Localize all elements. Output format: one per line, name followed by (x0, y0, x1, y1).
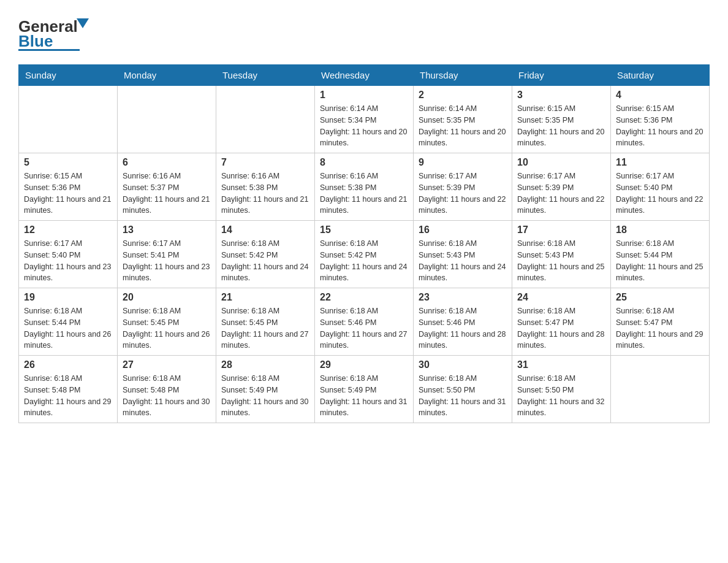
day-cell: 10Sunrise: 6:17 AM Sunset: 5:39 PM Dayli… (512, 153, 611, 221)
day-number: 20 (123, 292, 211, 303)
day-number: 26 (24, 359, 112, 370)
day-info: Sunrise: 6:18 AM Sunset: 5:44 PM Dayligh… (616, 238, 704, 284)
day-cell: 5Sunrise: 6:15 AM Sunset: 5:36 PM Daylig… (19, 153, 118, 221)
day-info: Sunrise: 6:14 AM Sunset: 5:34 PM Dayligh… (320, 103, 408, 149)
day-cell: 27Sunrise: 6:18 AM Sunset: 5:48 PM Dayli… (118, 356, 216, 423)
day-number: 10 (517, 157, 605, 168)
day-cell: 21Sunrise: 6:18 AM Sunset: 5:45 PM Dayli… (216, 288, 315, 356)
day-number: 3 (517, 90, 605, 101)
day-info: Sunrise: 6:16 AM Sunset: 5:37 PM Dayligh… (123, 170, 211, 216)
day-number: 28 (221, 359, 309, 370)
day-number: 24 (517, 292, 605, 303)
day-cell: 13Sunrise: 6:17 AM Sunset: 5:41 PM Dayli… (118, 221, 216, 288)
day-number: 5 (24, 157, 112, 168)
day-number: 25 (616, 292, 704, 303)
svg-marker-1 (77, 18, 89, 28)
day-info: Sunrise: 6:16 AM Sunset: 5:38 PM Dayligh… (320, 170, 408, 216)
day-number: 15 (320, 224, 408, 236)
day-info: Sunrise: 6:18 AM Sunset: 5:43 PM Dayligh… (419, 238, 507, 284)
day-number: 23 (419, 292, 507, 303)
day-cell: 29Sunrise: 6:18 AM Sunset: 5:49 PM Dayli… (315, 356, 414, 423)
day-number: 8 (320, 157, 408, 168)
week-row-3: 12Sunrise: 6:17 AM Sunset: 5:40 PM Dayli… (19, 221, 710, 288)
day-cell: 8Sunrise: 6:16 AM Sunset: 5:38 PM Daylig… (315, 153, 414, 221)
day-cell: 17Sunrise: 6:18 AM Sunset: 5:43 PM Dayli… (512, 221, 611, 288)
day-cell: 3Sunrise: 6:15 AM Sunset: 5:35 PM Daylig… (512, 86, 611, 153)
day-number: 7 (221, 157, 309, 168)
day-header-saturday: Saturday (611, 65, 710, 86)
calendar-header-row: SundayMondayTuesdayWednesdayThursdayFrid… (19, 65, 710, 86)
day-number: 30 (419, 359, 507, 370)
day-info: Sunrise: 6:18 AM Sunset: 5:47 PM Dayligh… (517, 305, 605, 351)
day-number: 31 (517, 359, 605, 370)
day-number: 21 (221, 292, 309, 303)
day-header-monday: Monday (118, 65, 216, 86)
day-info: Sunrise: 6:16 AM Sunset: 5:38 PM Dayligh… (221, 170, 309, 216)
day-info: Sunrise: 6:18 AM Sunset: 5:50 PM Dayligh… (517, 373, 605, 419)
svg-text:Blue: Blue (18, 32, 53, 50)
day-info: Sunrise: 6:18 AM Sunset: 5:42 PM Dayligh… (221, 238, 309, 284)
day-cell: 16Sunrise: 6:18 AM Sunset: 5:43 PM Dayli… (414, 221, 512, 288)
day-header-wednesday: Wednesday (315, 65, 414, 86)
day-header-friday: Friday (512, 65, 611, 86)
day-cell: 14Sunrise: 6:18 AM Sunset: 5:42 PM Dayli… (216, 221, 315, 288)
day-cell: 2Sunrise: 6:14 AM Sunset: 5:35 PM Daylig… (414, 86, 512, 153)
day-cell: 7Sunrise: 6:16 AM Sunset: 5:38 PM Daylig… (216, 153, 315, 221)
week-row-5: 26Sunrise: 6:18 AM Sunset: 5:48 PM Dayli… (19, 356, 710, 423)
day-info: Sunrise: 6:18 AM Sunset: 5:46 PM Dayligh… (419, 305, 507, 351)
day-cell: 31Sunrise: 6:18 AM Sunset: 5:50 PM Dayli… (512, 356, 611, 423)
day-header-sunday: Sunday (19, 65, 118, 86)
day-info: Sunrise: 6:18 AM Sunset: 5:43 PM Dayligh… (517, 238, 605, 284)
day-number: 13 (123, 224, 211, 236)
day-cell (19, 86, 118, 153)
day-cell: 24Sunrise: 6:18 AM Sunset: 5:47 PM Dayli… (512, 288, 611, 356)
day-info: Sunrise: 6:17 AM Sunset: 5:41 PM Dayligh… (123, 238, 211, 284)
day-cell (216, 86, 315, 153)
page-header: General Blue (18, 12, 710, 52)
logo-svg: General Blue (18, 12, 98, 52)
day-info: Sunrise: 6:18 AM Sunset: 5:50 PM Dayligh… (419, 373, 507, 419)
day-info: Sunrise: 6:18 AM Sunset: 5:49 PM Dayligh… (221, 373, 309, 419)
week-row-1: 1Sunrise: 6:14 AM Sunset: 5:34 PM Daylig… (19, 86, 710, 153)
day-header-tuesday: Tuesday (216, 65, 315, 86)
day-number: 12 (24, 224, 112, 236)
day-cell: 15Sunrise: 6:18 AM Sunset: 5:42 PM Dayli… (315, 221, 414, 288)
day-info: Sunrise: 6:18 AM Sunset: 5:45 PM Dayligh… (221, 305, 309, 351)
day-info: Sunrise: 6:18 AM Sunset: 5:49 PM Dayligh… (320, 373, 408, 419)
day-number: 2 (419, 90, 507, 101)
day-cell: 28Sunrise: 6:18 AM Sunset: 5:49 PM Dayli… (216, 356, 315, 423)
day-info: Sunrise: 6:18 AM Sunset: 5:45 PM Dayligh… (123, 305, 211, 351)
day-info: Sunrise: 6:18 AM Sunset: 5:48 PM Dayligh… (123, 373, 211, 419)
day-info: Sunrise: 6:15 AM Sunset: 5:36 PM Dayligh… (616, 103, 704, 149)
day-info: Sunrise: 6:18 AM Sunset: 5:46 PM Dayligh… (320, 305, 408, 351)
day-number: 18 (616, 224, 704, 236)
day-number: 22 (320, 292, 408, 303)
day-info: Sunrise: 6:17 AM Sunset: 5:40 PM Dayligh… (616, 170, 704, 216)
week-row-2: 5Sunrise: 6:15 AM Sunset: 5:36 PM Daylig… (19, 153, 710, 221)
day-info: Sunrise: 6:15 AM Sunset: 5:35 PM Dayligh… (517, 103, 605, 149)
day-cell: 6Sunrise: 6:16 AM Sunset: 5:37 PM Daylig… (118, 153, 216, 221)
calendar-table: SundayMondayTuesdayWednesdayThursdayFrid… (18, 64, 710, 423)
day-number: 6 (123, 157, 211, 168)
day-cell: 18Sunrise: 6:18 AM Sunset: 5:44 PM Dayli… (611, 221, 710, 288)
day-number: 29 (320, 359, 408, 370)
day-cell: 12Sunrise: 6:17 AM Sunset: 5:40 PM Dayli… (19, 221, 118, 288)
day-cell: 30Sunrise: 6:18 AM Sunset: 5:50 PM Dayli… (414, 356, 512, 423)
day-number: 27 (123, 359, 211, 370)
day-number: 9 (419, 157, 507, 168)
day-cell: 19Sunrise: 6:18 AM Sunset: 5:44 PM Dayli… (19, 288, 118, 356)
day-info: Sunrise: 6:17 AM Sunset: 5:39 PM Dayligh… (517, 170, 605, 216)
day-cell: 11Sunrise: 6:17 AM Sunset: 5:40 PM Dayli… (611, 153, 710, 221)
day-info: Sunrise: 6:18 AM Sunset: 5:42 PM Dayligh… (320, 238, 408, 284)
day-number: 4 (616, 90, 704, 101)
week-row-4: 19Sunrise: 6:18 AM Sunset: 5:44 PM Dayli… (19, 288, 710, 356)
day-cell: 22Sunrise: 6:18 AM Sunset: 5:46 PM Dayli… (315, 288, 414, 356)
day-cell (118, 86, 216, 153)
day-info: Sunrise: 6:18 AM Sunset: 5:47 PM Dayligh… (616, 305, 704, 351)
day-cell: 1Sunrise: 6:14 AM Sunset: 5:34 PM Daylig… (315, 86, 414, 153)
day-cell: 9Sunrise: 6:17 AM Sunset: 5:39 PM Daylig… (414, 153, 512, 221)
day-cell: 23Sunrise: 6:18 AM Sunset: 5:46 PM Dayli… (414, 288, 512, 356)
day-number: 14 (221, 224, 309, 236)
day-info: Sunrise: 6:17 AM Sunset: 5:40 PM Dayligh… (24, 238, 112, 284)
day-info: Sunrise: 6:18 AM Sunset: 5:44 PM Dayligh… (24, 305, 112, 351)
